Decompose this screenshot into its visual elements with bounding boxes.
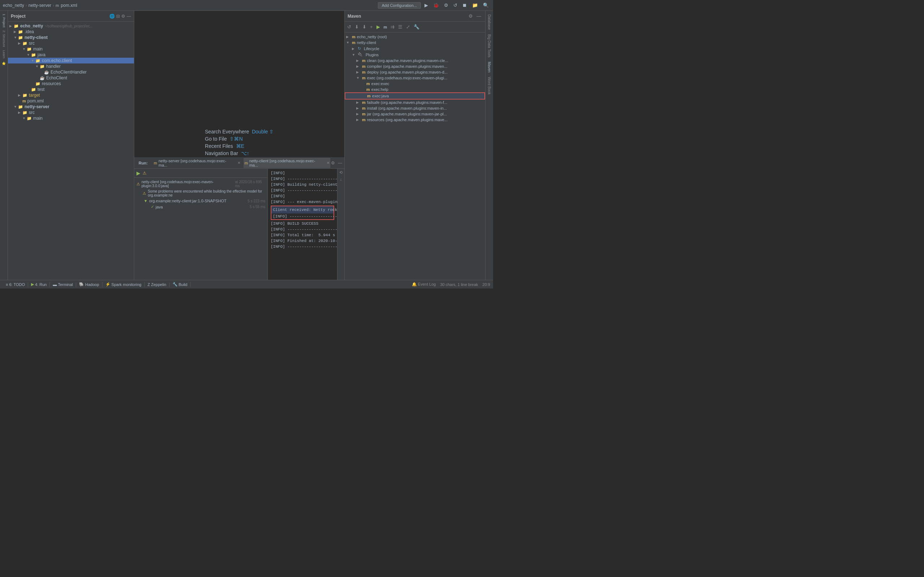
clean-name: clean (org.apache.maven.plugins:maven-cl… xyxy=(367,58,448,63)
maven-clean[interactable]: ▶ m clean (org.apache.maven.plugins:mave… xyxy=(345,58,485,63)
run-button[interactable]: ▶ xyxy=(423,2,430,9)
run-tree-snapshot[interactable]: ▼ org.example:netty-client:jar:1.0-SNAPS… xyxy=(134,198,267,204)
maven-expand-icon[interactable]: ⤢ xyxy=(405,23,411,30)
event-log-link[interactable]: 🔔 Event Log xyxy=(412,282,436,287)
maven-resources[interactable]: ▶ m resources (org.apache.maven.plugins:… xyxy=(345,117,485,122)
bigdata-sidebar-item[interactable]: Big Data Tools xyxy=(486,32,492,60)
console-scroll-icon[interactable]: ↓ xyxy=(340,177,342,181)
status-terminal[interactable]: ▬ Terminal xyxy=(50,282,76,287)
tree-java1[interactable]: ▼ 📁 java xyxy=(8,52,134,58)
console-side-actions: ⟲ ↓ xyxy=(337,169,344,280)
tree-test[interactable]: 📁 test xyxy=(8,87,134,92)
run-tab-netty-server[interactable]: m netty-server [org.codehaus.mojo:exec-m… xyxy=(150,157,244,169)
maven-settings-icon[interactable]: ⚙ xyxy=(467,13,474,19)
maven-config-icon[interactable]: 🔧 xyxy=(412,23,420,30)
tree-src2[interactable]: ▶ 📁 src xyxy=(8,110,134,115)
run-tree-warn-msg[interactable]: ⚠ Some problems were encountered while b… xyxy=(134,189,267,198)
tree-root[interactable]: ▶ 📁 echo_netty ~/software/github_project… xyxy=(8,23,134,29)
stop-button[interactable]: ⏹ xyxy=(461,2,468,9)
tree-echo-client-class[interactable]: ☕ EchoClient xyxy=(8,75,134,81)
minimize-action-icon[interactable]: — xyxy=(337,160,343,166)
status-run[interactable]: ▶ 4: Run xyxy=(28,282,50,287)
search-button[interactable]: 🔍 xyxy=(481,2,490,9)
maven-settings2-icon[interactable]: ☰ xyxy=(397,23,404,30)
debug-button[interactable]: 🐞 xyxy=(432,2,440,9)
src2-label: src xyxy=(29,110,35,115)
status-spark[interactable]: ⚡ Spark monitoring xyxy=(102,282,145,287)
sidebar-project-icon[interactable]: 1: Project xyxy=(2,12,6,29)
tab2-close[interactable]: ✕ xyxy=(327,161,330,165)
tree-netty-server[interactable]: ▼ 📁 netty-server xyxy=(8,104,134,110)
sidebar-learn-icon[interactable]: Learn xyxy=(2,49,6,60)
maven-failsafe[interactable]: ▶ m failsafe (org.apache.maven.plugins:m… xyxy=(345,100,485,105)
maven-deploy[interactable]: ▶ m deploy (org.apache.maven.plugins:mav… xyxy=(345,69,485,75)
maven-minimize-icon[interactable]: — xyxy=(475,13,482,19)
tree-src1[interactable]: ▶ 📁 src xyxy=(8,40,134,46)
run-tree-java[interactable]: ✓ java 5 s 55 ms xyxy=(134,204,267,210)
maven-run-icon[interactable]: ▶ xyxy=(375,23,381,30)
gear-icon[interactable]: ⚙ xyxy=(121,14,125,19)
tree-main1[interactable]: ▼ 📁 main xyxy=(8,46,134,52)
recent-files-line: Recent Files ⌘E xyxy=(205,143,274,149)
add-configuration-button[interactable]: Add Configuration... xyxy=(378,2,421,9)
maven-exec-exec[interactable]: m exec:exec xyxy=(345,81,485,87)
exec-java-icon: m xyxy=(367,94,371,98)
tree-com-echo-client[interactable]: ▼ 📁 com.echo.client xyxy=(8,58,134,63)
breadcrumb-module[interactable]: netty-server xyxy=(29,3,51,8)
run-play-icon[interactable]: ▶ xyxy=(136,170,141,176)
pom-xml-icon: m xyxy=(23,99,26,103)
reload-button[interactable]: ↺ xyxy=(452,2,459,9)
tree-echo-client-handler[interactable]: ☕ EchoClientHandler xyxy=(8,69,134,75)
run-tree-netty-client-job[interactable]: ⚠ netty-client [org.codehaus.mojo:exec-m… xyxy=(134,179,267,189)
run-left: ▶ ⚠ ⚠ netty-client [org.codehaus.mojo:ex… xyxy=(134,169,268,280)
tree-target[interactable]: ▶ 📁 target xyxy=(8,92,134,98)
maven-download-icon[interactable]: ⬇ xyxy=(354,23,360,30)
maven-parallel-icon[interactable]: ⇉ xyxy=(389,23,396,30)
tree-handler[interactable]: ▼ 📁 handler xyxy=(8,63,134,69)
tree-main2[interactable]: ▼ 📁 main xyxy=(8,115,134,121)
maven-jar[interactable]: ▶ m jar (org.apache.maven.plugins:maven-… xyxy=(345,111,485,117)
maven-compiler[interactable]: ▶ m compiler (org.apache.maven.plugins:m… xyxy=(345,63,485,69)
sidebar-structure-icon[interactable]: 2: Structure xyxy=(2,29,6,49)
breadcrumb-project[interactable]: echo_netty xyxy=(3,3,24,8)
tree-resources[interactable]: 📁 resources xyxy=(8,81,134,87)
wordbook-sidebar-item[interactable]: Word Book xyxy=(486,75,492,97)
maven-m-icon[interactable]: m xyxy=(383,24,388,30)
maven-exec[interactable]: ▼ m exec (org.codehaus.mojo:exec-maven-p… xyxy=(345,75,485,81)
settings-action-icon[interactable]: ⚙ xyxy=(330,160,336,166)
maven-reload-icon[interactable]: ↺ xyxy=(346,23,352,30)
build-button[interactable]: ⚙ xyxy=(443,2,450,9)
status-todo[interactable]: ≡ 6: TODO xyxy=(3,282,28,287)
collapse-icon[interactable]: ⊟ xyxy=(116,14,120,19)
tree-pom[interactable]: m pom.xml xyxy=(8,98,134,104)
maven-download2-icon[interactable]: ⬇ xyxy=(361,23,367,30)
maven-exec-java[interactable]: m exec:java xyxy=(345,92,485,100)
maven-echo-netty[interactable]: ▶ m echo_netty (root) xyxy=(345,34,485,40)
console-wrap-icon[interactable]: ⟲ xyxy=(339,170,342,175)
project-structure-button[interactable]: 📁 xyxy=(471,2,479,9)
maven-add-icon[interactable]: + xyxy=(369,23,374,30)
maven-install[interactable]: ▶ m install (org.apache.maven.plugins:ma… xyxy=(345,105,485,111)
maven-sidebar-item[interactable]: Maven xyxy=(486,60,492,75)
maven-plugins[interactable]: ▼ 🔌 Plugins xyxy=(345,52,485,58)
tree-netty-client[interactable]: ▼ 📁 netty-client xyxy=(8,35,134,40)
tree-idea[interactable]: ▶ 📁 .idea xyxy=(8,29,134,35)
breadcrumb-file[interactable]: m pom.xml xyxy=(56,3,77,8)
main1-arrow: ▼ xyxy=(23,47,27,51)
install-icon: m xyxy=(362,106,366,110)
maven-exec-help[interactable]: m exec:help xyxy=(345,87,485,92)
status-hadoop[interactable]: 🐘 Hadoop xyxy=(76,282,102,287)
tab1-close[interactable]: ✕ xyxy=(237,161,241,165)
maven-header: Maven ⚙ — xyxy=(345,11,485,22)
minimize-icon[interactable]: — xyxy=(127,14,131,19)
maven-lifecycle[interactable]: ▶ ↻ Lifecycle xyxy=(345,45,485,52)
maven-netty-client[interactable]: ▼ m netty-client xyxy=(345,40,485,45)
status-build[interactable]: 🔧 Build xyxy=(170,282,191,287)
database-sidebar-item[interactable]: Database xyxy=(486,12,492,32)
run-tab-netty-client[interactable]: m netty-client [org.codehaus.mojo:exec-m… xyxy=(244,158,330,168)
sidebar-bookmark-icon[interactable]: ⭐ xyxy=(2,60,6,67)
search-overlay: Search Everywhere Double ⇧ Go to File ⇧⌘… xyxy=(205,129,274,156)
status-zeppelin[interactable]: Z Zeppelin xyxy=(145,282,170,287)
globe-icon[interactable]: 🌐 xyxy=(109,14,115,19)
root-path: ~/software/github_project/ec... xyxy=(44,24,93,28)
